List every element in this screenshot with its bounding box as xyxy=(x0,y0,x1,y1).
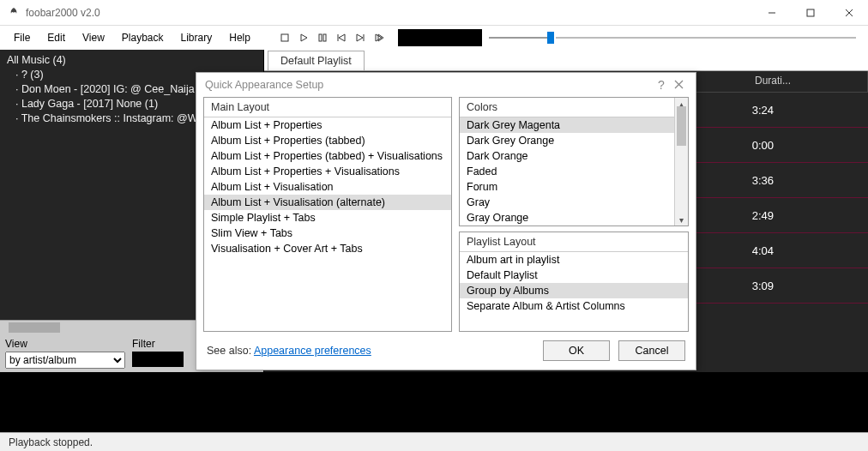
svg-marker-5 xyxy=(301,34,307,41)
list-item[interactable]: Gray Orange xyxy=(460,210,674,226)
list-item[interactable]: Album List + Visualisation xyxy=(204,179,451,195)
colors-title: Colors xyxy=(460,98,688,117)
visualization-strip xyxy=(0,372,868,432)
chevron-down-icon[interactable]: ▾ xyxy=(675,213,688,226)
playlist-layout-list[interactable]: Playlist Layout Album art in playlistDef… xyxy=(459,232,689,332)
list-item[interactable]: Album List + Properties (tabbed) + Visua… xyxy=(204,148,451,164)
list-item[interactable]: Default Playlist xyxy=(460,268,688,283)
list-item[interactable]: Slim View + Tabs xyxy=(204,226,451,241)
list-item[interactable]: Dark Grey Magenta xyxy=(460,117,674,133)
main-layout-list[interactable]: Main Layout Album List + PropertiesAlbum… xyxy=(203,97,452,332)
playlist-layout-title: Playlist Layout xyxy=(460,232,688,252)
cancel-button[interactable]: Cancel xyxy=(618,340,685,361)
list-item[interactable]: Simple Playlist + Tabs xyxy=(204,210,451,226)
next-icon[interactable] xyxy=(352,29,369,46)
volume-slider[interactable] xyxy=(489,37,549,39)
stop-icon[interactable] xyxy=(276,29,293,46)
help-icon[interactable]: ? xyxy=(653,78,670,92)
play-icon[interactable] xyxy=(295,29,312,46)
dialog-titlebar: Quick Appearance Setup ? xyxy=(196,73,696,97)
menu-playback[interactable]: Playback xyxy=(113,28,172,47)
view-label: View xyxy=(5,338,125,350)
menubar: File Edit View Playback Library Help xyxy=(0,26,868,50)
menu-edit[interactable]: Edit xyxy=(39,28,74,47)
list-item[interactable]: Forum xyxy=(460,179,674,195)
ok-button[interactable]: OK xyxy=(543,340,610,361)
menu-help[interactable]: Help xyxy=(220,28,259,47)
minimize-button[interactable] xyxy=(752,0,791,26)
svg-rect-6 xyxy=(319,34,322,41)
svg-rect-7 xyxy=(323,34,326,41)
list-item[interactable]: Dark Grey Orange xyxy=(460,133,674,148)
list-item[interactable]: Separate Album & Artist Columns xyxy=(460,298,688,314)
menu-view[interactable]: View xyxy=(74,28,113,47)
pause-icon[interactable] xyxy=(314,29,331,46)
seek-slider[interactable] xyxy=(556,37,856,39)
quick-appearance-dialog: Quick Appearance Setup ? Main Layout Alb… xyxy=(196,72,696,370)
close-icon[interactable] xyxy=(670,78,687,92)
appearance-preferences-link[interactable]: Appearance preferences xyxy=(254,345,371,357)
playback-toolbar xyxy=(276,29,388,46)
dialog-title: Quick Appearance Setup xyxy=(205,79,323,91)
svg-marker-8 xyxy=(339,34,345,41)
random-icon[interactable] xyxy=(371,29,388,46)
view-select[interactable]: by artist/album xyxy=(5,352,125,369)
filter-input[interactable] xyxy=(132,352,184,367)
colors-scrollbar[interactable]: ▴ ▾ xyxy=(674,98,688,226)
list-item[interactable]: Faded xyxy=(460,164,674,179)
list-item[interactable]: Visualisation + Cover Art + Tabs xyxy=(204,241,451,256)
titlebar: foobar2000 v2.0 xyxy=(0,0,868,26)
colors-list[interactable]: Colors Dark Grey MagentaDark Grey Orange… xyxy=(459,97,689,226)
list-item[interactable]: Group by Albums xyxy=(460,283,688,298)
menu-library[interactable]: Library xyxy=(172,28,221,47)
list-item[interactable]: Gray xyxy=(460,195,674,210)
progress-area xyxy=(398,26,863,50)
svg-marker-10 xyxy=(357,34,363,41)
see-also-label: See also: xyxy=(207,345,251,357)
list-item[interactable]: Dark Orange xyxy=(460,148,674,164)
app-icon xyxy=(7,6,21,20)
list-item[interactable]: Album List + Visualisation (alternate) xyxy=(204,195,451,210)
status-text: Playback stopped. xyxy=(9,436,93,448)
menu-file[interactable]: File xyxy=(5,28,39,47)
visualization-box xyxy=(398,29,482,46)
list-item[interactable]: Album art in playlist xyxy=(460,252,688,268)
list-item[interactable]: Album List + Properties xyxy=(204,117,451,133)
main-layout-title: Main Layout xyxy=(204,98,451,117)
playlist-tabs: Default Playlist xyxy=(264,50,868,71)
close-button[interactable] xyxy=(829,0,868,26)
list-item[interactable]: Album List + Properties (tabbed) xyxy=(204,133,451,148)
prev-icon[interactable] xyxy=(333,29,350,46)
list-item[interactable]: Album List + Properties + Visualisations xyxy=(204,164,451,179)
svg-rect-4 xyxy=(281,34,288,41)
dialog-footer: See also: Appearance preferences OK Canc… xyxy=(196,332,696,370)
window-title: foobar2000 v2.0 xyxy=(26,7,752,19)
filter-label: Filter xyxy=(132,338,184,350)
svg-rect-1 xyxy=(807,9,814,16)
maximize-button[interactable] xyxy=(791,0,829,26)
tree-root[interactable]: All Music (4) xyxy=(7,53,256,68)
column-duration[interactable]: Durati... xyxy=(748,71,868,92)
tab-default-playlist[interactable]: Default Playlist xyxy=(268,51,365,70)
statusbar: Playback stopped. xyxy=(0,432,868,451)
